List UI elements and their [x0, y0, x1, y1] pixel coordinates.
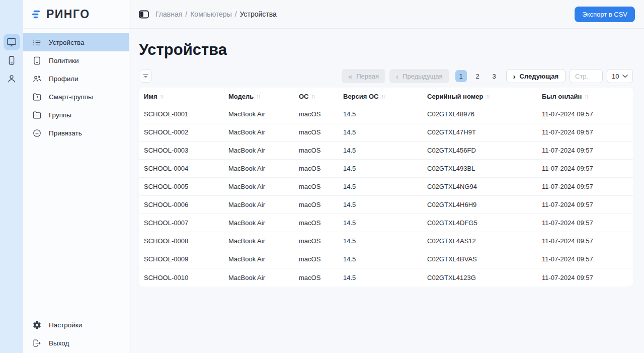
table-row[interactable]: SCHOOL-0007 MacBook Air macOS 14.5 C02GT… — [139, 214, 633, 232]
plus-circle-icon — [32, 128, 42, 138]
sidebar-toggle-icon[interactable] — [139, 10, 149, 19]
page-number-input[interactable] — [570, 69, 603, 83]
sidebar-item-label: Устройства — [49, 39, 85, 46]
sidebar-item-groups[interactable]: Группы — [23, 106, 129, 124]
sidebar-item-enroll[interactable]: Привязать — [23, 124, 129, 142]
pagination-prev-button[interactable]: ‹ Предыдущая — [389, 69, 449, 83]
table-row[interactable]: SCHOOL-0004 MacBook Air macOS 14.5 C02GT… — [139, 160, 633, 178]
page-title: Устройства — [139, 41, 633, 59]
folder-icon — [32, 110, 42, 120]
column-header-os-version[interactable]: Версия ОС↑↓ — [343, 93, 427, 100]
filter-icon — [142, 73, 149, 80]
cell-last-online: 11-07-2024 09:57 — [542, 128, 633, 136]
table-row[interactable]: SCHOOL-0006 MacBook Air macOS 14.5 C02GT… — [139, 196, 633, 214]
table-row[interactable]: SCHOOL-0002 MacBook Air macOS 14.5 C02GT… — [139, 123, 633, 142]
table-row[interactable]: SCHOOL-0001 MacBook Air macOS 14.5 C02GT… — [139, 105, 633, 123]
cell-serial: C02GTXL456FD — [427, 147, 542, 154]
sort-icon: ↑↓ — [256, 93, 260, 99]
cell-model: MacBook Air — [228, 183, 299, 190]
rail-item-computers[interactable] — [4, 34, 20, 50]
monitor-icon — [6, 37, 17, 48]
table-body: SCHOOL-0001 MacBook Air macOS 14.5 C02GT… — [139, 105, 633, 287]
pagination-page-1[interactable]: 1 — [455, 70, 467, 82]
sidebar-item-label: Политики — [49, 57, 79, 64]
pagination-page-3[interactable]: 3 — [489, 70, 500, 82]
rail-item-users[interactable] — [4, 70, 20, 87]
table-row[interactable]: SCHOOL-0003 MacBook Air macOS 14.5 C02GT… — [139, 142, 633, 160]
pagination: « Первая ‹ Предыдущая 1 2 3 › Следующая — [342, 69, 633, 83]
pagination-next-label: Следующая — [520, 73, 558, 80]
list-icon — [32, 38, 42, 47]
cell-os: macOS — [299, 147, 343, 154]
cell-name: SCHOOL-0003 — [144, 147, 228, 154]
sidebar-item-settings[interactable]: Настройки — [23, 316, 129, 334]
book-icon — [32, 56, 42, 65]
cell-last-online: 11-07-2024 09:57 — [542, 255, 633, 263]
sidebar-item-smart-groups[interactable]: Смарт-группы — [23, 88, 129, 106]
chevron-left-icon: ‹ — [396, 73, 398, 80]
cell-os-version: 14.5 — [343, 274, 427, 281]
page-size-select[interactable]: 10 — [607, 69, 633, 83]
sort-icon: ↑↓ — [160, 93, 164, 99]
cell-os: macOS — [299, 274, 343, 281]
cell-os-version: 14.5 — [343, 147, 427, 154]
cell-name: SCHOOL-0007 — [144, 219, 228, 227]
column-header-name[interactable]: Имя↑↓ — [144, 93, 228, 100]
cell-model: MacBook Air — [228, 128, 299, 136]
export-csv-button[interactable]: Экспорт в CSV — [575, 7, 635, 22]
pagination-first-button[interactable]: « Первая — [342, 69, 385, 83]
cell-os-version: 14.5 — [343, 219, 427, 227]
cell-os: macOS — [299, 237, 343, 245]
cell-last-online: 11-07-2024 09:57 — [542, 201, 633, 208]
column-header-model[interactable]: Модель↑↓ — [228, 93, 299, 100]
pagination-next-button[interactable]: › Следующая — [506, 69, 566, 83]
double-chevron-left-icon: « — [348, 73, 352, 80]
breadcrumb-home[interactable]: Главная — [155, 10, 182, 18]
gear-icon — [32, 320, 42, 330]
rail-item-mobile[interactable] — [4, 52, 20, 68]
cell-last-online: 11-07-2024 09:57 — [542, 165, 633, 172]
column-header-os[interactable]: ОС↑↓ — [299, 93, 343, 100]
cell-model: MacBook Air — [228, 165, 299, 172]
cell-name: SCHOOL-0004 — [144, 165, 228, 172]
sidebar: РИНГО Устройства Политики Профили Смарт-… — [23, 0, 129, 353]
column-header-serial[interactable]: Серийный номер↑↓ — [427, 93, 542, 100]
table-row[interactable]: SCHOOL-0010 MacBook Air macOS 14.5 C02GT… — [139, 268, 633, 287]
cell-os: macOS — [299, 165, 343, 172]
cell-os-version: 14.5 — [343, 237, 427, 245]
cell-name: SCHOOL-0001 — [144, 110, 228, 118]
sidebar-item-logout[interactable]: Выход — [23, 334, 129, 352]
chevron-right-icon: › — [513, 73, 516, 80]
sidebar-item-label: Выход — [49, 339, 69, 347]
top-bar: Главная / Компьютеры / Устройства Экспор… — [129, 0, 644, 29]
pagination-prev-label: Предыдущая — [403, 73, 443, 80]
sidebar-item-profiles[interactable]: Профили — [23, 69, 129, 88]
cell-name: SCHOOL-0010 — [144, 274, 228, 281]
sidebar-item-policies[interactable]: Политики — [23, 51, 129, 69]
filter-button[interactable] — [139, 69, 152, 83]
sidebar-item-label: Настройки — [49, 321, 82, 329]
table-row[interactable]: SCHOOL-0008 MacBook Air macOS 14.5 C02GT… — [139, 232, 633, 250]
sidebar-item-label: Привязать — [49, 129, 82, 137]
cell-os: macOS — [299, 255, 343, 263]
sidebar-item-label: Профили — [49, 75, 78, 83]
pagination-page-2[interactable]: 2 — [472, 70, 484, 82]
brand-icon — [30, 9, 42, 20]
cell-serial: C02GTXL47H9T — [427, 128, 542, 136]
cell-model: MacBook Air — [228, 147, 299, 154]
table-row[interactable]: SCHOOL-0005 MacBook Air macOS 14.5 C02GT… — [139, 178, 633, 196]
breadcrumb-separator: / — [185, 10, 187, 18]
cell-os: macOS — [299, 183, 343, 190]
table-row[interactable]: SCHOOL-0009 MacBook Air macOS 14.5 C02GT… — [139, 250, 633, 268]
breadcrumb-computers[interactable]: Компьютеры — [190, 10, 232, 18]
column-header-last-online[interactable]: Был онлайн↑↓ — [542, 93, 633, 100]
table-header-row: Имя↑↓ Модель↑↓ ОС↑↓ Версия ОС↑↓ Серийный… — [139, 88, 633, 105]
cell-os: macOS — [299, 110, 343, 118]
cell-serial: C02GTXL4AS12 — [427, 237, 542, 245]
cell-model: MacBook Air — [228, 110, 299, 118]
sidebar-item-label: Группы — [49, 111, 71, 119]
sidebar-item-devices[interactable]: Устройства — [23, 33, 129, 51]
cell-name: SCHOOL-0005 — [144, 183, 228, 190]
cell-last-online: 11-07-2024 09:57 — [542, 274, 633, 281]
cell-last-online: 11-07-2024 09:57 — [542, 147, 633, 154]
